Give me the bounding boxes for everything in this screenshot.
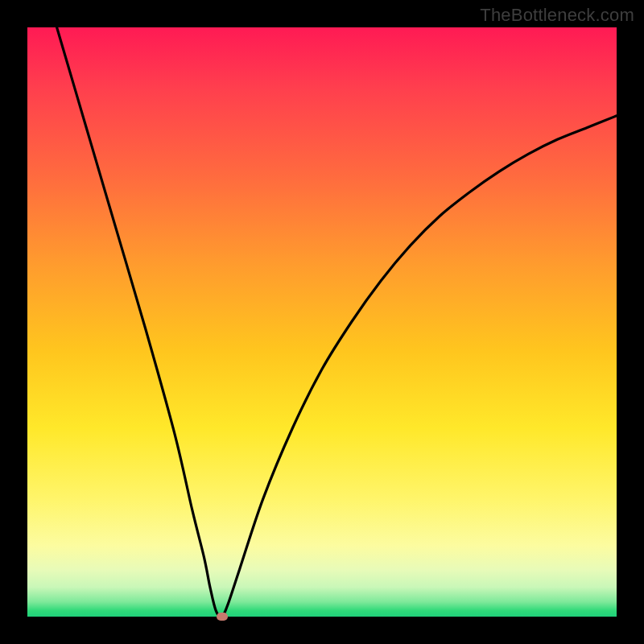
watermark-text: TheBottleneck.com (480, 5, 634, 26)
bottleneck-curve (27, 27, 617, 617)
optimal-point-marker (217, 613, 228, 621)
chart-frame: TheBottleneck.com (0, 0, 644, 644)
chart-plot-area (27, 27, 617, 617)
